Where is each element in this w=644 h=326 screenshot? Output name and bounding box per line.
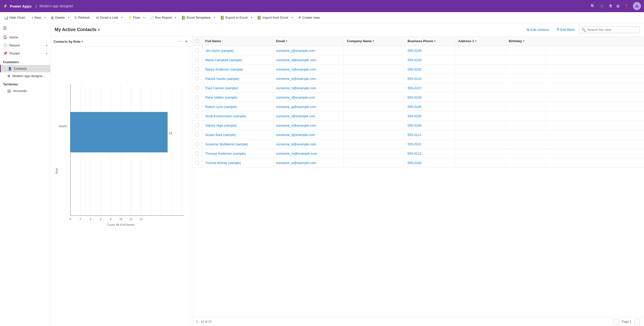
hide-chart-button[interactable]: 📊 Hide Chart [2, 15, 27, 21]
create-view-button[interactable]: 👁 Create view [296, 15, 322, 21]
table-row[interactable]: Susan Burk (sample) someone_l@example.co… [192, 130, 644, 139]
sidebar-menu-toggle[interactable]: ☰ [0, 23, 50, 33]
table-row[interactable]: Maria Campbell (sample) someone_d@exampl… [192, 55, 644, 65]
row-checkbox[interactable] [192, 149, 202, 158]
cell-phone[interactable]: 555-0111 [405, 130, 455, 139]
row-checkbox[interactable] [192, 130, 202, 139]
new-button[interactable]: + New [29, 15, 43, 21]
flow-button[interactable]: ⚡ Flow [126, 15, 142, 21]
edit-filters-button[interactable]: ⚗ Edit filters [554, 27, 577, 33]
delete-button[interactable]: 🗑 Delete [49, 15, 67, 21]
cell-email[interactable]: someone_k@example.com [273, 74, 344, 83]
sidebar-item-contacts[interactable]: 👤 Contacts [0, 65, 50, 72]
cell-phone[interactable]: 555-0109 [405, 46, 455, 55]
cell-fullname[interactable]: Susan Burk (sample) [202, 130, 273, 139]
cell-fullname[interactable]: Thomas Andersen (sample) [202, 149, 273, 158]
table-row[interactable]: Thomas Andersen (sample) someone_m@examp… [192, 149, 644, 158]
cell-phone[interactable]: 555-0110 [405, 74, 455, 83]
cell-phone[interactable]: 555-0106 [405, 102, 455, 111]
search-input[interactable] [587, 28, 638, 32]
col-header-company[interactable]: Company Name ▾ [344, 37, 405, 45]
excel-templates-button[interactable]: 📗 Excel Templates [179, 15, 212, 21]
cell-phone[interactable]: 555-0107 [405, 84, 455, 92]
row-checkbox[interactable] [192, 121, 202, 130]
cell-phone[interactable]: 555-0105 [405, 112, 455, 121]
col-header-fullname[interactable]: Full Name ↑ [202, 37, 273, 45]
user-avatar[interactable]: JL [633, 2, 641, 10]
cell-fullname[interactable]: Paul Cannon (sample) [202, 84, 273, 92]
edit-columns-button[interactable]: ⊞ Edit columns [524, 27, 552, 33]
cell-fullname[interactable]: Nancy Anderson (sample) [202, 65, 273, 74]
row-checkbox[interactable] [192, 46, 202, 55]
cell-fullname[interactable]: Jim Glynn (sample) [202, 46, 273, 55]
table-row[interactable]: Sidney Higa (sample) someone_e@example.c… [192, 121, 644, 130]
chart-close-button[interactable]: ✕ [184, 38, 189, 44]
row-checkbox[interactable] [192, 93, 202, 102]
table-row[interactable]: Susanna Stubberod (sample) someone_b@exa… [192, 139, 644, 149]
row-checkbox[interactable] [192, 139, 202, 149]
cell-email[interactable]: someone_m@example.com [273, 149, 344, 158]
filter-icon[interactable]: ⚗ [609, 4, 612, 9]
row-checkbox[interactable] [192, 65, 202, 74]
cell-email[interactable]: someone_f@example.com [273, 112, 344, 121]
email-link-button[interactable]: ✉ Email a Link [94, 15, 120, 21]
search-icon[interactable]: 🔍 [590, 4, 595, 9]
next-page-button[interactable]: › [634, 319, 640, 324]
sidebar-item-home[interactable]: 🏠 Home [0, 33, 50, 41]
row-checkbox[interactable] [192, 158, 202, 167]
col-header-email[interactable]: Email ▾ [273, 37, 344, 45]
table-row[interactable]: Scott Konersmann (sample) someone_f@exam… [192, 111, 644, 121]
prev-page-button[interactable]: ‹ [613, 319, 619, 324]
run-report-button[interactable]: 📄 Run Report [148, 15, 174, 21]
chart-bar[interactable] [70, 112, 168, 152]
cell-fullname[interactable]: Maria Campbell (sample) [202, 56, 273, 64]
table-row[interactable]: Rene Valdes (sample) someone_i@example.c… [192, 93, 644, 102]
table-row[interactable]: Jim Glynn (sample) someone_j@example.com… [192, 46, 644, 55]
col-header-address[interactable]: Address 1 ▾ [455, 37, 506, 45]
cell-fullname[interactable]: Robert Lyon (sample) [202, 102, 273, 111]
cell-fullname[interactable]: Patrick Sands (sample) [202, 74, 273, 83]
table-row[interactable]: Paul Cannon (sample) someone_h@example.c… [192, 83, 644, 93]
row-checkbox[interactable] [192, 111, 202, 121]
cell-email[interactable]: someone_l@example.com [273, 130, 344, 139]
run-report-chevron[interactable]: ▾ [174, 15, 177, 20]
cell-email[interactable]: someone_d@example.com [273, 56, 344, 64]
table-row[interactable]: Nancy Anderson (sample) someone_c@exampl… [192, 65, 644, 74]
search-box[interactable]: 🔍 [579, 27, 640, 33]
sidebar-item-modern-app[interactable]: 🖥 Modern app designe... [0, 72, 50, 80]
import-excel-button[interactable]: 📗 Import from Excel [255, 15, 290, 21]
export-excel-chevron[interactable]: ▾ [250, 15, 253, 20]
add-icon[interactable]: ➕ [599, 4, 605, 9]
cell-email[interactable]: someone_i@example.com [273, 93, 344, 102]
cell-email[interactable]: someone_c@example.com [273, 65, 344, 74]
table-row[interactable]: Yvonne McKay (sample) someone_a@example.… [192, 158, 644, 168]
cell-fullname[interactable]: Sidney Higa (sample) [202, 121, 273, 130]
row-checkbox[interactable] [192, 83, 202, 92]
cell-fullname[interactable]: Susanna Stubberod (sample) [202, 140, 273, 149]
cell-phone[interactable]: 555-0103 [405, 56, 455, 64]
row-checkbox[interactable] [192, 55, 202, 64]
cell-email[interactable]: someone_e@example.com [273, 121, 344, 130]
cell-phone[interactable]: 555-0102 [405, 65, 455, 74]
row-checkbox[interactable] [192, 74, 202, 83]
col-header-checkbox[interactable] [192, 36, 202, 45]
flow-chevron[interactable]: ▾ [143, 15, 145, 20]
cell-phone[interactable]: 555-0108 [405, 93, 455, 102]
sidebar-item-recent[interactable]: 🕐 Recent ▾ [0, 41, 50, 49]
cell-email[interactable]: someone_b@example.com [273, 140, 344, 149]
settings-icon[interactable]: ⚙ [616, 4, 620, 9]
cell-phone[interactable]: 555-0100 [405, 158, 455, 167]
cell-fullname[interactable]: Yvonne McKay (sample) [202, 158, 273, 167]
cell-email[interactable]: someone_g@example.com [273, 102, 344, 111]
table-row[interactable]: Patrick Sands (sample) someone_k@example… [192, 74, 644, 83]
cell-email[interactable]: someone_j@example.com [273, 46, 344, 55]
table-row[interactable]: Robert Lyon (sample) someone_g@example.c… [192, 102, 644, 111]
refresh-button[interactable]: ↻ Refresh [72, 15, 92, 21]
excel-templates-chevron[interactable]: ▾ [213, 15, 216, 20]
help-icon[interactable]: ❓ [624, 4, 629, 9]
cell-phone[interactable]: 555-0104 [405, 121, 455, 130]
email-chevron[interactable]: ▾ [121, 15, 123, 20]
row-checkbox[interactable] [192, 102, 202, 111]
cell-fullname[interactable]: Rene Valdes (sample) [202, 93, 273, 102]
sidebar-item-accounts[interactable]: 🏢 Accounts [0, 87, 50, 95]
